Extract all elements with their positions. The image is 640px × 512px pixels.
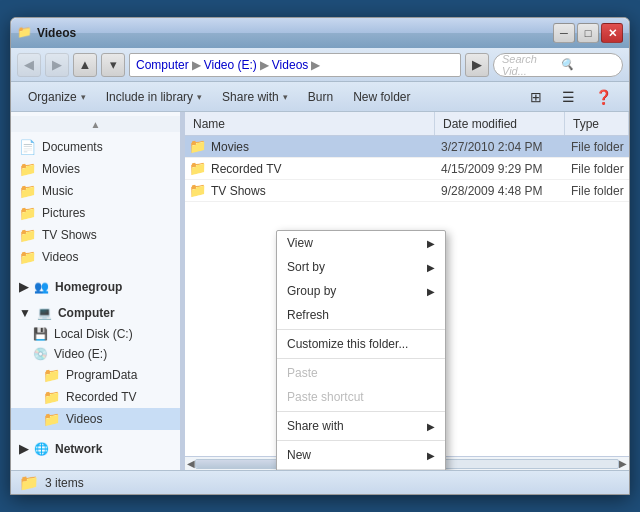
sidebar-item-videos[interactable]: 📁 Videos [11, 246, 180, 268]
ctx-share-with[interactable]: Share with ▶ [277, 414, 445, 438]
window-title: Videos [37, 26, 76, 40]
ctx-paste-shortcut[interactable]: Paste shortcut [277, 385, 445, 409]
column-header-date[interactable]: Date modified [435, 112, 565, 135]
recorded-file-type: File folder [571, 162, 625, 176]
search-box[interactable]: Search Vid... 🔍 [493, 53, 623, 77]
file-row-movies[interactable]: 📁 Movies 3/27/2010 2:04 PM File folder [185, 136, 629, 158]
ctx-sep-4 [277, 440, 445, 441]
file-list-header: Name Date modified Type [185, 112, 629, 136]
sidebar-item-pictures[interactable]: 📁 Pictures [11, 202, 180, 224]
recorded-tv-icon: 📁 [43, 389, 60, 405]
burn-button[interactable]: Burn [299, 85, 342, 109]
column-header-type[interactable]: Type [565, 112, 629, 135]
ctx-new[interactable]: New ▶ [277, 443, 445, 467]
ctx-share-with-label: Share with [287, 419, 344, 433]
sidebar-item-videos-sub[interactable]: 📁 Videos [11, 408, 180, 430]
sidebar-item-programdata[interactable]: 📁 ProgramData [11, 364, 180, 386]
sidebar-item-programdata-label: ProgramData [66, 368, 137, 382]
share-with-label: Share with [222, 90, 279, 104]
file-row-tvshows[interactable]: 📁 TV Shows 9/28/2009 4:48 PM File folder [185, 180, 629, 202]
sidebar-item-recorded-tv[interactable]: 📁 Recorded TV [11, 386, 180, 408]
sidebar-item-pictures-label: Pictures [42, 206, 85, 220]
share-with-button[interactable]: Share with ▾ [213, 85, 297, 109]
favorites-section: 📄 Documents 📁 Movies 📁 Music 📁 Pictures … [11, 136, 180, 268]
new-folder-button[interactable]: New folder [344, 85, 419, 109]
share-with-arrow: ▾ [283, 92, 288, 102]
homegroup-header[interactable]: ▶ 👥 Homegroup [11, 276, 180, 298]
address-path[interactable]: Computer ▶ Video (E:) ▶ Videos ▶ [129, 53, 461, 77]
ctx-share-with-arrow: ▶ [427, 421, 435, 432]
content-area: ▲ 📄 Documents 📁 Movies 📁 Music 📁 Picture… [11, 112, 629, 470]
path-sep-1: ▶ [192, 58, 201, 72]
programdata-icon: 📁 [43, 367, 60, 383]
ctx-sort-by-arrow: ▶ [427, 262, 435, 273]
include-library-button[interactable]: Include in library ▾ [97, 85, 211, 109]
sidebar-item-local-disk[interactable]: 💾 Local Disk (C:) [11, 324, 180, 344]
hscroll-right-arrow[interactable]: ▶ [619, 458, 627, 469]
address-go-button[interactable]: ▶ [465, 53, 489, 77]
search-icon: 🔍 [560, 58, 614, 71]
forward-button[interactable]: ▶ [45, 53, 69, 77]
path-computer[interactable]: Computer [136, 58, 189, 72]
path-videos[interactable]: Videos [272, 58, 308, 72]
ctx-customize[interactable]: Customize this folder... [277, 332, 445, 356]
path-sep-3: ▶ [311, 58, 320, 72]
computer-label: Computer [58, 306, 115, 320]
close-button[interactable]: ✕ [601, 23, 623, 43]
explorer-window: 📁 Videos ─ □ ✕ ◀ ▶ ▲ ▾ Computer ▶ Video … [10, 17, 630, 495]
view-options-button[interactable]: ⊞ [521, 85, 551, 109]
sidebar-scroll-up[interactable]: ▲ [11, 116, 180, 132]
ctx-paste[interactable]: Paste [277, 361, 445, 385]
videos-sub-icon: 📁 [43, 411, 60, 427]
sidebar-item-video-drive[interactable]: 💿 Video (E:) [11, 344, 180, 364]
recent-button[interactable]: ▾ [101, 53, 125, 77]
context-menu: View ▶ Sort by ▶ Group by ▶ Refresh Cust… [276, 230, 446, 470]
organize-arrow: ▾ [81, 92, 86, 102]
network-label: Network [55, 442, 102, 456]
ctx-sep-2 [277, 358, 445, 359]
sidebar-item-music[interactable]: 📁 Music [11, 180, 180, 202]
homegroup-icon: 👥 [34, 280, 49, 294]
local-disk-icon: 💾 [33, 327, 48, 341]
sidebar-item-movies[interactable]: 📁 Movies [11, 158, 180, 180]
recorded-file-date: 4/15/2009 9:29 PM [441, 162, 571, 176]
toolbar: Organize ▾ Include in library ▾ Share wi… [11, 82, 629, 112]
up-button[interactable]: ▲ [73, 53, 97, 77]
address-bar: ◀ ▶ ▲ ▾ Computer ▶ Video (E:) ▶ Videos ▶… [11, 48, 629, 82]
ctx-sep-1 [277, 329, 445, 330]
path-video[interactable]: Video (E:) [204, 58, 257, 72]
ctx-sort-by[interactable]: Sort by ▶ [277, 255, 445, 279]
sidebar-item-tvshows[interactable]: 📁 TV Shows [11, 224, 180, 246]
homegroup-label: Homegroup [55, 280, 122, 294]
maximize-button[interactable]: □ [577, 23, 599, 43]
sidebar-item-movies-label: Movies [42, 162, 80, 176]
column-type-label: Type [573, 117, 599, 131]
back-button[interactable]: ◀ [17, 53, 41, 77]
computer-header[interactable]: ▼ 💻 Computer [11, 302, 180, 324]
organize-button[interactable]: Organize ▾ [19, 85, 95, 109]
computer-expand-icon: ▼ [19, 306, 31, 320]
ctx-group-by[interactable]: Group by ▶ [277, 279, 445, 303]
view-list-button[interactable]: ☰ [553, 85, 584, 109]
pictures-icon: 📁 [19, 205, 36, 221]
minimize-button[interactable]: ─ [553, 23, 575, 43]
ctx-view[interactable]: View ▶ [277, 231, 445, 255]
include-library-label: Include in library [106, 90, 193, 104]
ctx-view-label: View [287, 236, 313, 250]
hscroll-left-arrow[interactable]: ◀ [187, 458, 195, 469]
column-header-name[interactable]: Name [185, 112, 435, 135]
help-button[interactable]: ❓ [586, 85, 621, 109]
sidebar-item-documents[interactable]: 📄 Documents [11, 136, 180, 158]
computer-icon: 💻 [37, 306, 52, 320]
videos-icon: 📁 [19, 249, 36, 265]
sidebar-item-video-drive-label: Video (E:) [54, 347, 107, 361]
tvshows-file-type: File folder [571, 184, 625, 198]
ctx-sep-3 [277, 411, 445, 412]
burn-label: Burn [308, 90, 333, 104]
movies-file-icon: 📁 [189, 138, 207, 156]
ctx-refresh[interactable]: Refresh [277, 303, 445, 327]
ctx-paste-label: Paste [287, 366, 318, 380]
network-header[interactable]: ▶ 🌐 Network [11, 438, 180, 460]
tvshows-icon: 📁 [19, 227, 36, 243]
file-row-recorded[interactable]: 📁 Recorded TV 4/15/2009 9:29 PM File fol… [185, 158, 629, 180]
